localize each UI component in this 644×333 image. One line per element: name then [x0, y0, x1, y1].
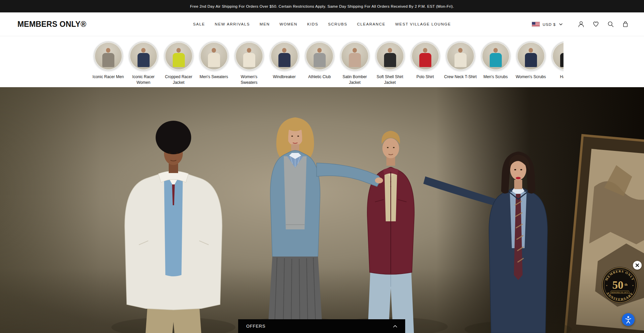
accessibility-button[interactable] [622, 313, 635, 326]
category-photo [234, 41, 264, 71]
main-nav: SALE NEW ARRIVALS MEN WOMEN KIDS SCRUBS … [193, 22, 451, 26]
account-icon[interactable] [577, 20, 585, 28]
nav-item-west-village-lounge[interactable]: WEST VILLAGE LOUNGE [395, 22, 451, 26]
carousel-window: Iconic Racer Men Iconic Racer Women Crop… [0, 36, 564, 86]
chevron-down-icon [559, 22, 563, 26]
category-carousel: Iconic Racer Men Iconic Racer Women Crop… [0, 36, 644, 87]
nav-item-clearance[interactable]: CLEARANCE [357, 22, 385, 26]
category-iconic-racer-men[interactable]: Iconic Racer Men [91, 41, 126, 86]
category-label: Women's Sweaters [232, 74, 266, 86]
category-photo [94, 41, 123, 71]
site-header: MEMBERS ONLY® SALE NEW ARRIVALS MEN WOME… [0, 12, 644, 36]
nav-item-kids[interactable]: KIDS [307, 22, 318, 26]
category-label: Crew Neck T-Shirt [443, 74, 477, 80]
anniversary-badge-art: MEMBERS ONLY ANNIVERSARY 50 th REWIND TO… [601, 266, 639, 304]
badge-ornament-right: ✦ [632, 284, 634, 287]
cart-bag-icon[interactable] [622, 20, 629, 28]
nav-item-men[interactable]: MEN [260, 22, 270, 26]
announcement-text: Free 2nd Day Air Shipping For Orders Ove… [190, 4, 454, 8]
category-womens-scrubs[interactable]: Women's Scrubs [513, 41, 548, 86]
currency-selector[interactable]: USD $ [532, 22, 563, 26]
category-label: Cropped Racer Jacket [162, 74, 196, 86]
category-iconic-racer-women[interactable]: Iconic Racer Women [126, 41, 161, 86]
category-mens-sweaters[interactable]: Men's Sweaters [196, 41, 231, 86]
nav-item-sale[interactable]: SALE [193, 22, 205, 26]
logo[interactable]: MEMBERS ONLY® [17, 20, 86, 29]
badge-number: 50 [612, 279, 624, 291]
badge-number-suffix: th [625, 283, 628, 286]
accessibility-icon [623, 315, 633, 325]
category-label: Women's Scrubs [514, 74, 548, 80]
announcement-bar: Free 2nd Day Air Shipping For Orders Ove… [0, 0, 644, 12]
category-photo [340, 41, 370, 71]
category-mens-scrubs[interactable]: Men's Scrubs [478, 41, 513, 86]
category-satin-bomber-jacket[interactable]: Satin Bomber Jacket [337, 41, 372, 86]
category-womens-sweaters[interactable]: Women's Sweaters [231, 41, 267, 86]
category-label: Windbreaker [267, 74, 301, 80]
carousel-track[interactable]: Iconic Racer Men Iconic Racer Women Crop… [0, 36, 564, 86]
category-label: Satin Bomber Jacket [338, 74, 372, 86]
category-label: Men's Sweaters [197, 74, 231, 80]
category-label: Hats & [549, 74, 564, 80]
category-hats-accessories[interactable]: Hats & [548, 41, 564, 86]
category-windbreaker[interactable]: Windbreaker [267, 41, 302, 86]
category-photo [446, 41, 475, 71]
category-label: Soft Shell Shirt Jacket [373, 74, 407, 86]
hero-banner: OFFERS MEMBERS ONLY ANNIVERSARY 50 th RE… [0, 87, 644, 333]
nav-item-new-arrivals[interactable]: NEW ARRIVALS [215, 22, 250, 26]
offers-drawer[interactable]: OFFERS [238, 319, 405, 333]
category-label: Iconic Racer Women [126, 74, 160, 86]
badge-ornament-left: ✦ [606, 284, 608, 287]
search-icon[interactable] [607, 20, 614, 28]
category-photo [481, 41, 511, 71]
category-label: Polo Shirt [408, 74, 442, 80]
nav-item-women[interactable]: WOMEN [279, 22, 297, 26]
category-cropped-racer-jacket[interactable]: Cropped Racer Jacket [161, 41, 196, 86]
category-photo [516, 41, 546, 71]
offers-label: OFFERS [246, 324, 266, 329]
chevron-up-icon [392, 323, 398, 330]
category-label: Athletic Club [303, 74, 336, 80]
close-icon[interactable] [633, 261, 642, 270]
category-photo [551, 41, 564, 71]
hero-image [0, 87, 644, 333]
category-photo [164, 41, 194, 71]
category-photo [129, 41, 158, 71]
badge-ribbon-text: REWIND TO 1975 [611, 291, 628, 293]
category-photo [305, 41, 334, 71]
wishlist-heart-icon[interactable] [592, 20, 600, 28]
category-athletic-club[interactable]: Athletic Club [302, 41, 337, 86]
category-photo [411, 41, 440, 71]
category-polo-shirt[interactable]: Polo Shirt [408, 41, 443, 86]
header-actions: USD $ [532, 20, 629, 28]
category-photo [375, 41, 405, 71]
category-soft-shell-shirt-jacket[interactable]: Soft Shell Shirt Jacket [372, 41, 408, 86]
us-flag-icon [532, 22, 540, 26]
category-label: Men's Scrubs [479, 74, 513, 80]
category-label: Iconic Racer Men [91, 74, 125, 80]
currency-label: USD $ [543, 22, 556, 26]
category-photo [199, 41, 229, 71]
nav-item-scrubs[interactable]: SCRUBS [328, 22, 347, 26]
category-crew-neck-t-shirt[interactable]: Crew Neck T-Shirt [443, 41, 478, 86]
category-photo [270, 41, 299, 71]
anniversary-badge[interactable]: MEMBERS ONLY ANNIVERSARY 50 th REWIND TO… [601, 266, 639, 304]
